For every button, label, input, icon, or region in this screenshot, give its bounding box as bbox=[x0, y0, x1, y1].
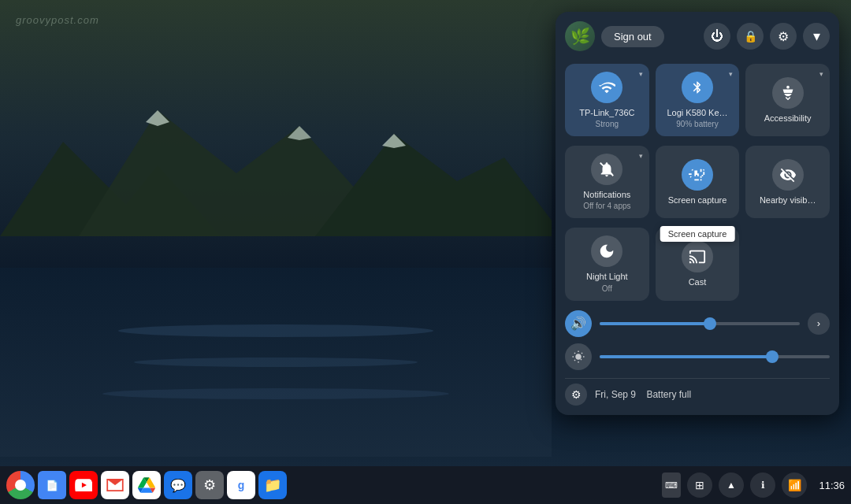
screen-capture-tile[interactable]: Screen capture Screen capture bbox=[656, 146, 740, 218]
quick-tiles-row2: ▾ Notifications Off for 4 apps Screen ca… bbox=[565, 146, 830, 218]
bluetooth-label: Logi K580 Ke… bbox=[667, 108, 727, 118]
expand-button[interactable]: ▾ bbox=[803, 23, 830, 50]
watermark-text: groovypost.com bbox=[16, 14, 99, 26]
night-light-label: Night Light bbox=[586, 272, 628, 282]
sliders-section: 🔊 › bbox=[565, 310, 830, 370]
svg-point-11 bbox=[786, 85, 790, 88]
quick-settings-header: 🌿 Sign out ⏻ 🔒 ⚙ ▾ bbox=[565, 21, 830, 51]
taskbar-chrome[interactable] bbox=[6, 471, 35, 499]
volume-slider-row: 🔊 › bbox=[565, 310, 830, 337]
bluetooth-tile[interactable]: ▾ Logi K580 Ke… 90% battery bbox=[656, 64, 740, 136]
taskbar-messages[interactable]: 💬 bbox=[164, 471, 192, 499]
footer-date: Fri, Sep 9 bbox=[595, 389, 636, 400]
accessibility-label: Accessibility bbox=[764, 113, 812, 124]
brightness-track[interactable] bbox=[600, 355, 830, 358]
bluetooth-dropdown-arrow: ▾ bbox=[729, 70, 733, 78]
notifications-icon bbox=[591, 154, 622, 185]
footer-left: ⚙ Fri, Sep 9 Battery full bbox=[565, 384, 691, 406]
brightness-thumb[interactable] bbox=[766, 350, 779, 363]
status-icon-2[interactable]: ℹ bbox=[750, 472, 775, 498]
night-light-sublabel: Off bbox=[602, 284, 612, 293]
volume-expand-button[interactable]: › bbox=[808, 313, 830, 335]
nearby-visibility-icon bbox=[772, 159, 804, 191]
taskbar-google[interactable]: g bbox=[227, 471, 255, 499]
footer-settings-icon[interactable]: ⚙ bbox=[565, 384, 587, 406]
taskbar-apps: 📄 💬 ⚙ bbox=[6, 471, 287, 499]
cast-label: Cast bbox=[689, 277, 707, 287]
brightness-fill bbox=[600, 355, 772, 358]
quick-tiles-row1: ▾ TP-Link_736C Strong ▾ Logi K580 Ke… 90… bbox=[565, 64, 830, 136]
taskbar-gmail[interactable] bbox=[101, 471, 129, 499]
bluetooth-icon bbox=[682, 72, 713, 103]
notifications-sublabel: Off for 4 apps bbox=[583, 202, 630, 210]
power-button[interactable]: ⏻ bbox=[704, 23, 730, 50]
quick-settings-footer: ⚙ Fri, Sep 9 Battery full bbox=[565, 378, 830, 406]
accessibility-tile[interactable]: ▾ Accessibility bbox=[745, 64, 830, 136]
avatar: 🌿 bbox=[565, 21, 595, 51]
cast-icon bbox=[682, 241, 713, 272]
nearby-visibility-label: Nearby visib… bbox=[760, 195, 816, 206]
night-light-tile[interactable]: Night Light Off bbox=[565, 228, 649, 300]
wifi-sublabel: Strong bbox=[596, 120, 619, 128]
brightness-icon[interactable] bbox=[565, 343, 592, 370]
nearby-visibility-tile[interactable]: Nearby visib… bbox=[745, 146, 830, 218]
taskbar-docs[interactable]: 📄 bbox=[38, 471, 66, 499]
volume-icon[interactable]: 🔊 bbox=[565, 310, 592, 337]
taskbar-time: 11:36 bbox=[813, 480, 845, 491]
screen-capture-label: Screen capture bbox=[668, 195, 727, 206]
status-icon-1[interactable]: ▲ bbox=[719, 472, 744, 498]
taskbar: 📄 💬 ⚙ bbox=[0, 466, 851, 504]
sign-out-button[interactable]: Sign out bbox=[601, 26, 664, 47]
svg-point-9 bbox=[134, 358, 418, 367]
screen-capture-icon bbox=[682, 159, 713, 191]
accessibility-icon bbox=[772, 77, 804, 109]
taskbar-right: ⌨ ⊞ ▲ ℹ 📶 11:36 bbox=[662, 472, 845, 498]
wifi-icon bbox=[591, 72, 622, 103]
window-manager-icon[interactable]: ⊞ bbox=[687, 472, 712, 498]
bluetooth-sublabel: 90% battery bbox=[676, 120, 718, 128]
screen-capture-tooltip: Screen capture bbox=[660, 226, 735, 242]
brightness-slider-row bbox=[565, 343, 830, 370]
keyboard-icon[interactable]: ⌨ bbox=[662, 472, 681, 498]
notifications-dropdown-arrow: ▾ bbox=[639, 152, 643, 160]
volume-thumb[interactable] bbox=[704, 317, 716, 330]
taskbar-files[interactable]: 📁 bbox=[258, 471, 287, 499]
wifi-dropdown-arrow: ▾ bbox=[639, 70, 643, 78]
taskbar-youtube[interactable] bbox=[69, 471, 98, 499]
notifications-tile[interactable]: ▾ Notifications Off for 4 apps bbox=[565, 146, 649, 218]
quick-settings-panel: 🌿 Sign out ⏻ 🔒 ⚙ ▾ ▾ TP-Link_736C Strong… bbox=[556, 12, 839, 415]
wifi-label: TP-Link_736C bbox=[579, 108, 634, 118]
footer-date-battery: Fri, Sep 9 Battery full bbox=[595, 389, 691, 400]
accessibility-dropdown-arrow: ▾ bbox=[819, 70, 823, 78]
notifications-label: Notifications bbox=[583, 190, 630, 200]
night-light-icon bbox=[591, 235, 622, 267]
taskbar-drive[interactable] bbox=[132, 471, 161, 499]
footer-battery: Battery full bbox=[646, 389, 691, 400]
taskbar-settings[interactable]: ⚙ bbox=[195, 471, 224, 499]
taskbar-wifi-icon[interactable]: 📶 bbox=[782, 472, 807, 498]
settings-button[interactable]: ⚙ bbox=[770, 23, 797, 50]
wifi-tile[interactable]: ▾ TP-Link_736C Strong bbox=[565, 64, 649, 136]
volume-track[interactable] bbox=[600, 322, 800, 325]
svg-point-8 bbox=[118, 324, 433, 337]
lock-button[interactable]: 🔒 bbox=[737, 23, 764, 50]
volume-fill bbox=[600, 322, 710, 325]
svg-point-10 bbox=[102, 388, 449, 399]
